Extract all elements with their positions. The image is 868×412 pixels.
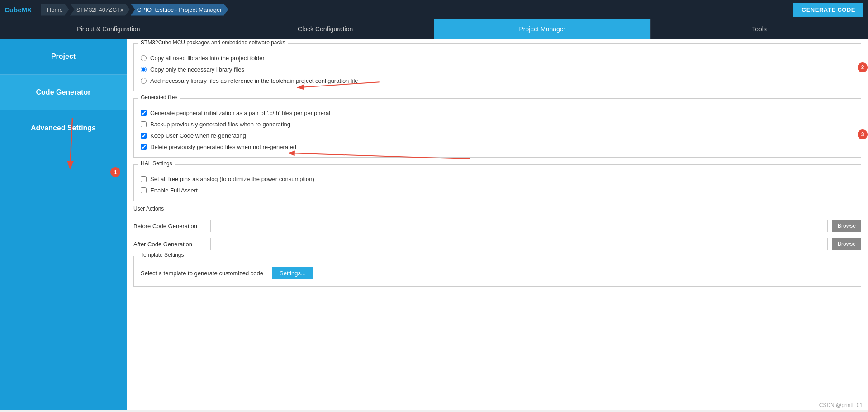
sidebar-item-code-generator[interactable]: Code Generator: [0, 75, 127, 110]
template-description: Select a template to generate customized…: [141, 270, 263, 277]
sidebar-item-advanced-settings[interactable]: Advanced Settings: [0, 110, 127, 146]
top-bar-right: GENERATE CODE: [793, 3, 863, 17]
tab-clock[interactable]: Clock Configuration: [217, 19, 434, 39]
hal-settings-title: HAL Settings: [138, 160, 175, 167]
breadcrumb-mcu[interactable]: STM32F407ZGTx: [70, 4, 130, 16]
cb-analog-pins-label: Set all free pins as analog (to optimize…: [150, 176, 314, 182]
hal-settings-checkbox-group: Set all free pins as analog (to optimize…: [141, 176, 854, 194]
cb-generate-peripheral-input[interactable]: [141, 110, 147, 116]
sidebar-item-project[interactable]: Project: [0, 39, 127, 75]
cb-full-assert[interactable]: Enable Full Assert: [141, 187, 854, 194]
cb-analog-pins[interactable]: Set all free pins as analog (to optimize…: [141, 176, 854, 182]
after-code-label: After Code Generation: [133, 241, 206, 248]
main-panel: STM32Cube MCU packages and embedded soft…: [127, 39, 868, 410]
sidebar-advanced-settings-label: Advanced Settings: [31, 124, 96, 132]
main-tabs: Pinout & Configuration Clock Configurati…: [0, 19, 868, 39]
cb-generate-peripheral[interactable]: Generate peripheral initialization as a …: [141, 110, 854, 116]
mcu-packages-radio-group: Copy all used libraries into the project…: [141, 55, 854, 84]
sidebar-code-generator-label: Code Generator: [36, 88, 91, 96]
radio-copy-necessary-label: Copy only the necessary library files: [150, 66, 244, 73]
template-row: Select a template to generate customized…: [141, 267, 854, 279]
mcu-packages-section: STM32Cube MCU packages and embedded soft…: [133, 43, 861, 91]
template-settings-section: Template Settings Select a template to g…: [133, 256, 861, 287]
app-logo: CubeMX: [5, 6, 32, 14]
before-code-input[interactable]: [210, 220, 828, 232]
cb-keep-user-code-input[interactable]: [141, 133, 147, 139]
cb-generate-peripheral-label: Generate peripheral initialization as a …: [150, 110, 330, 116]
radio-copy-all-label: Copy all used libraries into the project…: [150, 55, 265, 62]
cb-full-assert-input[interactable]: [141, 187, 147, 193]
cb-backup-label: Backup previously generated files when r…: [150, 121, 290, 128]
cb-full-assert-label: Enable Full Assert: [150, 187, 198, 194]
breadcrumb: Home STM32F407ZGTx GPIO_test.ioc - Proje…: [41, 4, 229, 16]
template-settings-title: Template Settings: [138, 252, 186, 258]
cb-delete-prev[interactable]: Delete previously generated files when n…: [141, 144, 854, 150]
sidebar: Project Code Generator Advanced Settings: [0, 39, 127, 410]
radio-copy-necessary-input[interactable]: [141, 67, 147, 72]
radio-add-reference-input[interactable]: [141, 78, 147, 84]
action-row-before: Before Code Generation Browse: [133, 220, 861, 232]
top-bar: CubeMX Home STM32F407ZGTx GPIO_test.ioc …: [0, 0, 868, 19]
radio-copy-necessary[interactable]: Copy only the necessary library files 2: [141, 66, 854, 73]
after-code-input[interactable]: [210, 238, 828, 250]
annotation-2: 2: [858, 62, 868, 72]
template-settings-button[interactable]: Settings...: [272, 267, 313, 279]
cb-backup[interactable]: Backup previously generated files when r…: [141, 121, 854, 128]
breadcrumb-home[interactable]: Home: [41, 4, 69, 16]
before-code-label: Before Code Generation: [133, 223, 206, 230]
after-code-browse-button[interactable]: Browse: [832, 238, 861, 250]
cb-keep-user-code[interactable]: Keep User Code when re-generating 3: [141, 132, 854, 139]
breadcrumb-current[interactable]: GPIO_test.ioc - Project Manager: [131, 4, 228, 16]
tab-tools[interactable]: Tools: [651, 19, 868, 39]
radio-copy-all[interactable]: Copy all used libraries into the project…: [141, 55, 854, 62]
annotation-3: 3: [858, 129, 868, 139]
hal-settings-section: HAL Settings Set all free pins as analog…: [133, 164, 861, 201]
radio-add-reference[interactable]: Add necessary library files as reference…: [141, 77, 854, 84]
radio-copy-all-input[interactable]: [141, 55, 147, 61]
cb-delete-prev-label: Delete previously generated files when n…: [150, 144, 296, 150]
before-code-browse-button[interactable]: Browse: [832, 220, 861, 232]
action-row-after: After Code Generation Browse: [133, 238, 861, 250]
cb-delete-prev-input[interactable]: [141, 144, 147, 150]
cb-backup-input[interactable]: [141, 121, 147, 127]
generate-code-button[interactable]: GENERATE CODE: [793, 3, 863, 17]
generated-files-section: Generated files Generate peripheral init…: [133, 98, 861, 158]
user-actions-section: User Actions Before Code Generation Brow…: [133, 206, 861, 250]
mcu-packages-title: STM32Cube MCU packages and embedded soft…: [138, 39, 288, 46]
cb-keep-user-code-label: Keep User Code when re-generating: [150, 132, 246, 139]
tab-project-manager[interactable]: Project Manager: [434, 19, 651, 39]
user-actions-title: User Actions: [133, 206, 861, 214]
content-area: Project Code Generator Advanced Settings…: [0, 39, 868, 410]
watermark: CSDN @printf_01: [819, 402, 863, 408]
cb-analog-pins-input[interactable]: [141, 176, 147, 182]
generated-files-title: Generated files: [138, 94, 180, 101]
tab-pinout[interactable]: Pinout & Configuration: [0, 19, 217, 39]
radio-add-reference-label: Add necessary library files as reference…: [150, 77, 358, 84]
generated-files-checkbox-group: Generate peripheral initialization as a …: [141, 110, 854, 150]
